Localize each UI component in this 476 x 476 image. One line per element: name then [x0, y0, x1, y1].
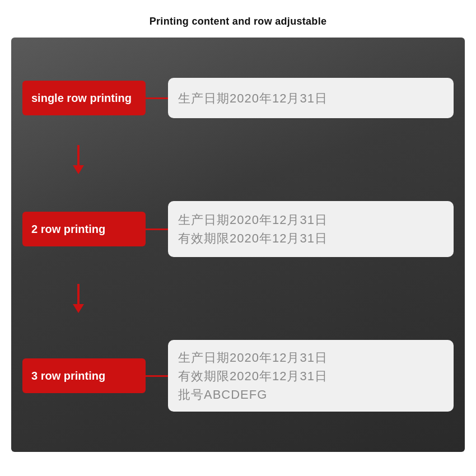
page-wrapper: Printing content and row adjustable ZJMZ…	[0, 0, 476, 476]
page-title: Printing content and row adjustable	[150, 16, 327, 27]
label-single-row: single row printing	[22, 81, 146, 115]
section-three-row: 3 row printing 生产日期2020年12月31日 有效期限2020年…	[22, 340, 454, 412]
print-line-two-2: 有效期限2020年12月31日	[178, 229, 444, 248]
label-three-row: 3 row printing	[22, 358, 146, 393]
connector-two	[146, 228, 168, 230]
arrow-head-1	[73, 165, 84, 174]
print-line-two-1: 生产日期2020年12月31日	[178, 211, 444, 229]
arrow-1	[22, 145, 454, 174]
arrow-head-2	[73, 304, 84, 313]
print-line-three-2: 有效期限2020年12月31日	[178, 367, 444, 385]
connector-three	[146, 375, 168, 377]
print-display-single: 生产日期2020年12月31日	[168, 78, 454, 118]
print-line-single-1: 生产日期2020年12月31日	[178, 89, 444, 108]
arrow-down-1	[73, 145, 84, 174]
print-line-three-3: 批号ABCDEFG	[178, 385, 444, 404]
section-single-row: single row printing 生产日期2020年12月31日	[22, 78, 454, 118]
connector-single	[146, 97, 168, 99]
print-display-two: 生产日期2020年12月31日 有效期限2020年12月31日	[168, 201, 454, 257]
print-display-three: 生产日期2020年12月31日 有效期限2020年12月31日 批号ABCDEF…	[168, 340, 454, 412]
arrow-down-2	[73, 284, 84, 313]
content-area: ZJMZYMZJMZYMZJMZYM single row printing 生…	[11, 38, 465, 452]
label-two-row: 2 row printing	[22, 212, 146, 246]
section-two-row: 2 row printing 生产日期2020年12月31日 有效期限2020年…	[22, 201, 454, 257]
arrow-2	[22, 284, 454, 313]
arrow-shaft-2	[77, 284, 80, 304]
print-line-three-1: 生产日期2020年12月31日	[178, 348, 444, 367]
arrow-shaft-1	[77, 145, 80, 165]
